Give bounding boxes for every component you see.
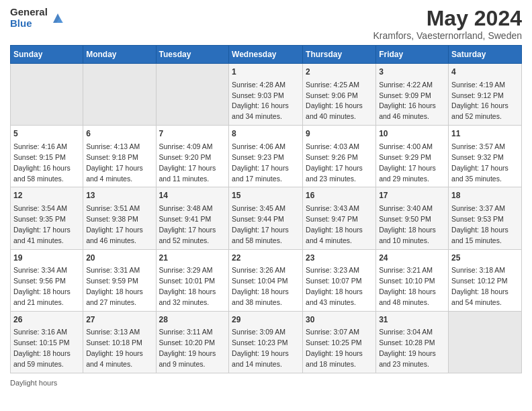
calendar-cell: 15Sunrise: 3:45 AMSunset: 9:44 PMDayligh… — [229, 187, 303, 249]
day-number: 17 — [379, 190, 445, 201]
calendar-cell: 20Sunrise: 3:31 AMSunset: 9:59 PMDayligh… — [83, 249, 156, 311]
week-row-3: 12Sunrise: 3:54 AMSunset: 9:35 PMDayligh… — [11, 187, 522, 249]
day-number: 29 — [232, 314, 300, 326]
calendar-cell — [156, 64, 229, 126]
calendar-cell: 19Sunrise: 3:34 AMSunset: 9:56 PMDayligh… — [11, 249, 83, 311]
calendar-cell: 16Sunrise: 3:43 AMSunset: 9:47 PMDayligh… — [303, 187, 376, 249]
calendar-cell: 10Sunrise: 4:00 AMSunset: 9:29 PMDayligh… — [376, 126, 449, 187]
calendar-cell: 7Sunrise: 4:09 AMSunset: 9:20 PMDaylight… — [156, 126, 229, 187]
calendar-cell: 22Sunrise: 3:26 AMSunset: 10:04 PMDaylig… — [229, 249, 303, 311]
cell-content: Sunrise: 3:51 AMSunset: 9:38 PMDaylight:… — [86, 204, 143, 244]
cell-content: Sunrise: 3:21 AMSunset: 10:10 PMDaylight… — [379, 266, 436, 306]
day-number: 22 — [232, 253, 300, 264]
cell-content: Sunrise: 3:57 AMSunset: 9:32 PMDaylight:… — [451, 142, 508, 183]
day-number: 6 — [86, 128, 152, 140]
cell-content: Sunrise: 3:34 AMSunset: 9:56 PMDaylight:… — [13, 266, 71, 306]
day-number: 25 — [451, 253, 519, 264]
calendar-cell: 11Sunrise: 3:57 AMSunset: 9:32 PMDayligh… — [449, 126, 522, 187]
header-cell-saturday: Saturday — [449, 46, 522, 64]
week-row-1: 1Sunrise: 4:28 AMSunset: 9:03 PMDaylight… — [11, 64, 522, 126]
day-number: 11 — [451, 128, 519, 140]
calendar-table: SundayMondayTuesdayWednesdayThursdayFrid… — [10, 45, 522, 373]
day-number: 2 — [306, 66, 373, 78]
calendar-cell: 24Sunrise: 3:21 AMSunset: 10:10 PMDaylig… — [376, 249, 449, 311]
calendar-cell: 9Sunrise: 4:03 AMSunset: 9:26 PMDaylight… — [303, 126, 376, 187]
calendar-cell: 27Sunrise: 3:13 AMSunset: 10:18 PMDaylig… — [83, 311, 156, 373]
calendar-cell: 29Sunrise: 3:09 AMSunset: 10:23 PMDaylig… — [229, 311, 303, 373]
day-number: 12 — [13, 190, 80, 201]
day-number: 26 — [13, 314, 80, 326]
calendar-cell: 18Sunrise: 3:37 AMSunset: 9:53 PMDayligh… — [449, 187, 522, 249]
day-number: 8 — [232, 128, 300, 140]
header-cell-tuesday: Tuesday — [156, 46, 229, 64]
calendar-cell: 12Sunrise: 3:54 AMSunset: 9:35 PMDayligh… — [11, 187, 83, 249]
calendar-header: SundayMondayTuesdayWednesdayThursdayFrid… — [11, 46, 522, 64]
title-block: May 2024 Kramfors, Vaesternorrland, Swed… — [373, 7, 522, 41]
day-number: 3 — [379, 66, 445, 78]
day-number: 19 — [13, 253, 80, 264]
day-number: 14 — [159, 190, 226, 201]
day-number: 27 — [86, 314, 152, 326]
week-row-5: 26Sunrise: 3:16 AMSunset: 10:15 PMDaylig… — [11, 311, 522, 373]
header-cell-sunday: Sunday — [11, 46, 83, 64]
day-number: 13 — [86, 190, 152, 201]
calendar-cell: 28Sunrise: 3:11 AMSunset: 10:20 PMDaylig… — [156, 311, 229, 373]
cell-content: Sunrise: 4:03 AMSunset: 9:26 PMDaylight:… — [306, 142, 363, 183]
cell-content: Sunrise: 3:13 AMSunset: 10:18 PMDaylight… — [86, 328, 143, 368]
header-cell-wednesday: Wednesday — [229, 46, 303, 64]
calendar-cell: 25Sunrise: 3:18 AMSunset: 10:12 PMDaylig… — [449, 249, 522, 311]
logo: General Blue — [10, 7, 65, 29]
footer: Daylight hours — [10, 379, 522, 387]
day-number: 10 — [379, 128, 445, 140]
day-number: 16 — [306, 190, 373, 201]
calendar-cell: 14Sunrise: 3:48 AMSunset: 9:41 PMDayligh… — [156, 187, 229, 249]
day-number: 15 — [232, 190, 300, 201]
calendar-cell: 30Sunrise: 3:07 AMSunset: 10:25 PMDaylig… — [303, 311, 376, 373]
cell-content: Sunrise: 3:26 AMSunset: 10:04 PMDaylight… — [232, 266, 289, 306]
calendar-cell: 1Sunrise: 4:28 AMSunset: 9:03 PMDaylight… — [229, 64, 303, 126]
cell-content: Sunrise: 3:29 AMSunset: 10:01 PMDaylight… — [159, 266, 216, 306]
cell-content: Sunrise: 3:48 AMSunset: 9:41 PMDaylight:… — [159, 204, 216, 244]
cell-content: Sunrise: 3:16 AMSunset: 10:15 PMDaylight… — [13, 328, 71, 368]
cell-content: Sunrise: 3:45 AMSunset: 9:44 PMDaylight:… — [232, 204, 289, 244]
cell-content: Sunrise: 4:06 AMSunset: 9:23 PMDaylight:… — [232, 142, 289, 183]
calendar-cell: 8Sunrise: 4:06 AMSunset: 9:23 PMDaylight… — [229, 126, 303, 187]
page-header: General Blue May 2024 Kramfors, Vaestern… — [10, 7, 522, 41]
calendar-cell: 26Sunrise: 3:16 AMSunset: 10:15 PMDaylig… — [11, 311, 83, 373]
calendar-body: 1Sunrise: 4:28 AMSunset: 9:03 PMDaylight… — [11, 64, 522, 373]
cell-content: Sunrise: 3:54 AMSunset: 9:35 PMDaylight:… — [13, 204, 71, 244]
cell-content: Sunrise: 3:43 AMSunset: 9:47 PMDaylight:… — [306, 204, 363, 244]
cell-content: Sunrise: 3:09 AMSunset: 10:23 PMDaylight… — [232, 328, 289, 368]
cell-content: Sunrise: 4:09 AMSunset: 9:20 PMDaylight:… — [159, 142, 216, 183]
calendar-cell: 6Sunrise: 4:13 AMSunset: 9:18 PMDaylight… — [83, 126, 156, 187]
day-number: 9 — [306, 128, 373, 140]
calendar-cell: 31Sunrise: 3:04 AMSunset: 10:28 PMDaylig… — [376, 311, 449, 373]
day-number: 23 — [306, 253, 373, 264]
calendar-cell: 2Sunrise: 4:25 AMSunset: 9:06 PMDaylight… — [303, 64, 376, 126]
day-number: 31 — [379, 314, 445, 326]
cell-content: Sunrise: 3:31 AMSunset: 9:59 PMDaylight:… — [86, 266, 143, 306]
logo-icon — [50, 11, 65, 26]
day-number: 1 — [232, 66, 300, 78]
calendar-cell: 4Sunrise: 4:19 AMSunset: 9:12 PMDaylight… — [449, 64, 522, 126]
header-row: SundayMondayTuesdayWednesdayThursdayFrid… — [11, 46, 522, 64]
cell-content: Sunrise: 3:11 AMSunset: 10:20 PMDaylight… — [159, 328, 216, 368]
day-number: 7 — [159, 128, 226, 140]
daylight-hours-label: Daylight hours — [10, 379, 57, 387]
cell-content: Sunrise: 4:28 AMSunset: 9:03 PMDaylight:… — [232, 81, 289, 121]
calendar-cell — [83, 64, 156, 126]
logo-general-text: General — [10, 7, 48, 18]
cell-content: Sunrise: 3:40 AMSunset: 9:50 PMDaylight:… — [379, 204, 436, 244]
cell-content: Sunrise: 3:07 AMSunset: 10:25 PMDaylight… — [306, 328, 363, 368]
calendar-cell — [449, 311, 522, 373]
day-number: 18 — [451, 190, 519, 201]
header-cell-thursday: Thursday — [303, 46, 376, 64]
calendar-cell: 13Sunrise: 3:51 AMSunset: 9:38 PMDayligh… — [83, 187, 156, 249]
cell-content: Sunrise: 4:16 AMSunset: 9:15 PMDaylight:… — [13, 142, 71, 183]
cell-content: Sunrise: 4:22 AMSunset: 9:09 PMDaylight:… — [379, 81, 436, 121]
cell-content: Sunrise: 3:23 AMSunset: 10:07 PMDaylight… — [306, 266, 363, 306]
calendar-cell — [11, 64, 83, 126]
day-number: 30 — [306, 314, 373, 326]
day-number: 4 — [451, 66, 519, 78]
cell-content: Sunrise: 3:04 AMSunset: 10:28 PMDaylight… — [379, 328, 436, 368]
